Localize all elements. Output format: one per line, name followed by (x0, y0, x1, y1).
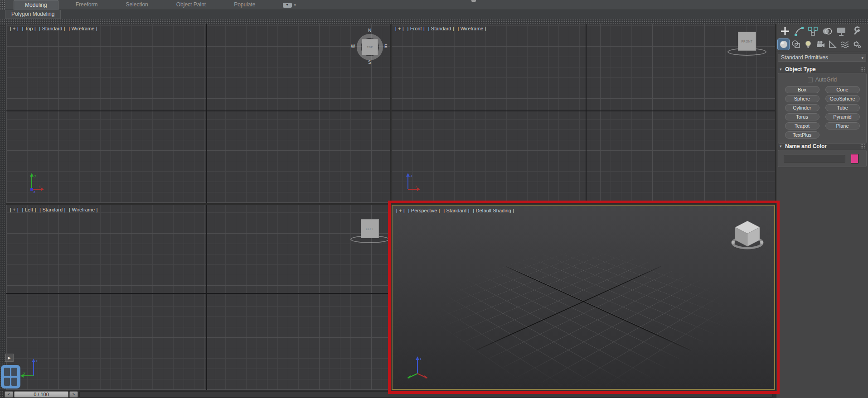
motion-tab-icon[interactable] (820, 25, 834, 37)
create-tab-icon[interactable] (778, 25, 792, 37)
geometry-category-icon[interactable] (777, 38, 790, 50)
viewcube-left-face[interactable]: LEFT (361, 219, 379, 238)
ribbon-tab-freeform[interactable]: Freeform (65, 0, 109, 10)
compass-west[interactable]: W (351, 44, 355, 49)
viewport-renderer-menu[interactable]: [ Standard ] (39, 207, 65, 212)
viewport-top[interactable]: [ + ] [ Top ] [ Standard ] [ Wireframe ]… (6, 24, 390, 203)
viewcube-top-face[interactable]: TOP (362, 39, 378, 55)
color-swatch[interactable] (851, 154, 858, 163)
viewport-pov-menu[interactable]: [ Front ] (407, 26, 425, 31)
previous-frame-button[interactable]: < (5, 391, 13, 398)
chevron-down-icon[interactable]: ▾ (294, 3, 296, 7)
ribbon-tab-selection[interactable]: Selection (115, 0, 159, 10)
viewport-left[interactable]: [ + ] [ Left ] [ Standard ] [ Wireframe … (6, 205, 390, 390)
textplus-button[interactable]: TextPlus (785, 131, 820, 139)
viewport-shading-menu[interactable]: [ Default Shading ] (473, 208, 514, 213)
svg-text:y: y (34, 174, 36, 177)
viewport-shading-menu[interactable]: [ Wireframe ] (69, 207, 97, 212)
grid-axis-vertical (206, 24, 207, 203)
viewport-renderer-menu[interactable]: [ Standard ] (39, 26, 65, 31)
viewport-top-label: [ + ] [ Top ] [ Standard ] [ Wireframe ] (10, 26, 99, 31)
compass-east[interactable]: E (384, 44, 388, 49)
viewport-renderer-menu[interactable]: [ Standard ] (443, 208, 469, 213)
time-slider-track[interactable] (79, 391, 773, 398)
toolbar-dock-strip[interactable] (0, 19, 868, 24)
quad-cell (4, 378, 10, 386)
viewport-perspective[interactable]: [ + ] [ Perspective ] [ Standard ] [ Def… (392, 205, 775, 390)
viewcube-front[interactable]: FRONT (727, 30, 767, 58)
next-frame-button[interactable]: > (69, 391, 78, 398)
ribbon-tab-populate[interactable]: Populate (223, 0, 266, 10)
viewport-renderer-menu[interactable]: [ Standard ] (428, 26, 454, 31)
name-and-color-rollout-title: Name and Color (785, 143, 827, 149)
ribbon-panel-polygon-modeling[interactable]: Polygon Modeling (5, 10, 61, 19)
object-name-input[interactable] (784, 155, 845, 163)
command-panel-tabs (778, 25, 862, 37)
display-tab-icon[interactable] (834, 25, 848, 37)
box-button[interactable]: Box (785, 86, 820, 93)
viewport-shading-menu[interactable]: [ Wireframe ] (68, 26, 97, 31)
viewport-pov-menu[interactable]: [ Left ] (22, 207, 36, 212)
svg-text:x: x (39, 185, 41, 188)
plane-button[interactable]: Plane (825, 122, 860, 129)
viewport-general-menu[interactable]: [ + ] (10, 26, 19, 31)
rollout-pin-icon[interactable] (860, 67, 865, 72)
axis-tripod-front: z x (402, 171, 421, 194)
systems-category-icon[interactable] (851, 38, 863, 50)
pyramid-button[interactable]: Pyramid (825, 113, 860, 120)
space-warps-category-icon[interactable] (839, 38, 851, 50)
ribbon-top-grip[interactable] (471, 0, 476, 2)
viewcube-perspective[interactable] (730, 218, 766, 251)
rollout-expand-icon[interactable]: ▾ (778, 67, 785, 72)
ribbon-tab-object-paint[interactable]: Object Paint (165, 0, 217, 10)
torus-button[interactable]: Torus (785, 113, 820, 120)
viewport-pov-menu[interactable]: [ Perspective ] (408, 208, 440, 213)
viewcube-compass[interactable]: N S W E TOP (352, 29, 388, 65)
quad-layout-icon (4, 368, 17, 386)
ribbon-tab-modeling[interactable]: Modeling (14, 0, 58, 10)
autogrid-checkbox[interactable] (808, 77, 813, 82)
viewport-shading-menu[interactable]: [ Wireframe ] (458, 26, 486, 31)
cone-button[interactable]: Cone (825, 86, 860, 93)
object-type-rollout-header[interactable]: ▾ Object Type (778, 65, 867, 73)
cylinder-button[interactable]: Cylinder (785, 104, 820, 111)
primitives-dropdown[interactable]: Standard Primitives ▾ (778, 54, 866, 62)
lights-category-icon[interactable] (802, 38, 814, 50)
viewport-general-menu[interactable]: [ + ] (10, 207, 19, 212)
grid-axis-horizontal (6, 110, 390, 111)
geosphere-button[interactable]: GeoSphere (825, 95, 860, 102)
viewport-pov-menu[interactable]: [ Top ] (22, 26, 36, 31)
time-bar-grip[interactable] (0, 390, 4, 398)
ribbon-tab-bar: Modeling Freeform Selection Object Paint… (0, 0, 868, 10)
ribbon-minimize-icon[interactable]: ▾ (283, 3, 292, 8)
viewport-general-menu[interactable]: [ + ] (396, 208, 405, 213)
create-category-tabs (777, 38, 863, 50)
cameras-category-icon[interactable] (814, 38, 826, 50)
command-panel: Standard Primitives ▾ ▾ Object Type Auto… (776, 24, 868, 398)
grid-axis-vertical (206, 205, 207, 390)
viewport-general-menu[interactable]: [ + ] (395, 26, 404, 31)
viewcube-left[interactable]: LEFT (349, 217, 390, 245)
layout-flyout-arrow[interactable]: ▶ (5, 354, 14, 362)
rollout-pin-icon[interactable] (860, 144, 865, 149)
teapot-button[interactable]: Teapot (785, 122, 820, 129)
helpers-category-icon[interactable] (826, 38, 839, 50)
hierarchy-tab-icon[interactable] (806, 25, 820, 37)
compass-south[interactable]: S (368, 60, 371, 65)
compass-north[interactable]: N (368, 28, 371, 33)
modify-tab-icon[interactable] (792, 25, 806, 37)
autogrid-label: AutoGrid (815, 77, 837, 83)
viewport-front-label: [ + ] [ Front ] [ Standard ] [ Wireframe… (395, 26, 489, 31)
time-slider-handle[interactable]: 0 / 100 (14, 391, 68, 398)
name-and-color-rollout-header[interactable]: ▾ Name and Color (778, 142, 867, 150)
viewcube-front-face[interactable]: FRONT (738, 32, 756, 51)
shapes-category-icon[interactable] (790, 38, 802, 50)
rollout-expand-icon[interactable]: ▾ (778, 144, 785, 149)
grid-axis-vertical (475, 266, 661, 350)
tube-button[interactable]: Tube (825, 104, 860, 111)
quad-cell (11, 368, 17, 376)
utilities-tab-icon[interactable] (848, 25, 862, 37)
viewport-front[interactable]: [ + ] [ Front ] [ Standard ] [ Wireframe… (392, 24, 775, 203)
layout-tab-quad-icon[interactable] (1, 365, 20, 388)
sphere-button[interactable]: Sphere (785, 95, 820, 102)
